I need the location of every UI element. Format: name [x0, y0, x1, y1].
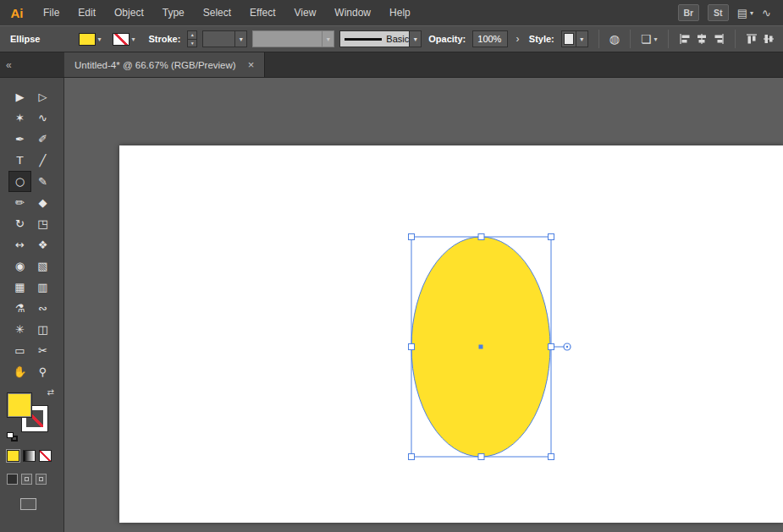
selection-handle-sw[interactable] — [409, 454, 415, 460]
selection-handle-w[interactable] — [409, 344, 415, 350]
illustrator-window: Ai FileEditObjectTypeSelectEffectViewWin… — [0, 0, 783, 532]
menu-file[interactable]: File — [34, 0, 69, 25]
isolate-object-button[interactable]: ❏ ▾ — [641, 32, 658, 46]
selection-handle-se[interactable] — [549, 454, 554, 460]
pen-tool[interactable]: ✒ — [8, 129, 31, 150]
canvas[interactable] — [64, 78, 783, 532]
menu-object[interactable]: Object — [105, 0, 153, 25]
eraser-tool[interactable]: ◆ — [31, 192, 54, 213]
document-icon: ❏ — [641, 32, 652, 46]
perspective-grid-tool[interactable]: ▧ — [31, 255, 54, 277]
sync-status-button[interactable]: ∿ — [762, 7, 771, 19]
graphic-style-select[interactable]: ▾ — [561, 30, 588, 47]
divider — [598, 30, 599, 48]
vertical-align-top-icon — [746, 33, 758, 45]
tools-panel: ▶▷✶∿✒✐T╱○✎✏◆↻◳↔❖◉▧▦▥⚗∾✳◫▭✂✋⚲ ⇄ — [0, 78, 64, 532]
screen-mode-button[interactable] — [20, 498, 36, 510]
menu-help[interactable]: Help — [380, 0, 420, 25]
menu-select[interactable]: Select — [194, 0, 240, 25]
collapse-tools-button[interactable]: « — [0, 52, 64, 77]
type-tool[interactable]: T — [8, 150, 31, 171]
ellipse-tool[interactable]: ○ — [8, 171, 31, 192]
direct-selection-tool[interactable]: ▷ — [31, 86, 54, 107]
tools-grid: ▶▷✶∿✒✐T╱○✎✏◆↻◳↔❖◉▧▦▥⚗∾✳◫▭✂✋⚲ — [8, 86, 63, 382]
artboard-tool[interactable]: ▭ — [8, 340, 31, 361]
opacity-chevron-icon[interactable]: › — [513, 30, 522, 47]
opacity-input[interactable]: 100% — [472, 30, 508, 47]
selection-handle-ne[interactable] — [549, 234, 554, 240]
document-tab[interactable]: Untitled-4* @ 66.67% (RGB/Preview) × — [64, 52, 265, 77]
fill-color-swatch[interactable] — [79, 33, 96, 46]
curvature-tool[interactable]: ✐ — [31, 129, 54, 150]
rotate-tool[interactable]: ↻ — [8, 213, 31, 234]
free-transform-tool[interactable]: ❖ — [31, 234, 54, 255]
stroke-color-swatch[interactable] — [113, 33, 130, 46]
stroke-weight-stepper[interactable]: ▲ ▼ — [187, 30, 197, 47]
draw-normal-button[interactable] — [7, 474, 18, 485]
collapse-icon: « — [6, 59, 12, 71]
width-tool[interactable]: ↔ — [8, 234, 31, 255]
variable-width-profile-select[interactable]: Basic ▾ — [339, 30, 422, 47]
menu-effect[interactable]: Effect — [240, 0, 284, 25]
selection-handle-n[interactable] — [478, 234, 484, 240]
align-center-button[interactable] — [696, 32, 708, 46]
stroke-profile-value: Basic — [386, 34, 409, 44]
default-fill-stroke-icon[interactable] — [7, 432, 18, 442]
vertical-align-top-button[interactable] — [746, 32, 758, 46]
document-tab-title: Untitled-4* @ 66.67% (RGB/Preview) — [74, 60, 236, 70]
gradient-tool[interactable]: ▥ — [31, 277, 54, 298]
selection-handle-s[interactable] — [478, 454, 484, 460]
close-icon[interactable]: × — [248, 58, 255, 71]
arrange-documents-button[interactable]: ▤ ▾ — [737, 7, 753, 19]
none-button[interactable] — [39, 450, 52, 462]
magic-wand-tool[interactable]: ✶ — [8, 107, 31, 129]
align-right-button[interactable] — [713, 32, 725, 46]
stepper-up-icon[interactable]: ▲ — [188, 31, 196, 40]
stroke-color-control[interactable]: ▾ — [113, 33, 135, 46]
chevron-down-icon[interactable]: ▾ — [409, 31, 421, 47]
align-left-button[interactable] — [679, 32, 691, 46]
recolor-artwork-icon[interactable]: ◍ — [609, 32, 620, 46]
fill-indicator[interactable] — [7, 392, 32, 418]
pencil-tool[interactable]: ✏ — [8, 192, 31, 213]
chevron-down-icon[interactable]: ▾ — [576, 31, 587, 47]
selection-handle-nw[interactable] — [409, 234, 415, 240]
hand-tool[interactable]: ✋ — [8, 361, 31, 382]
bridge-button[interactable]: Br — [678, 4, 699, 21]
blend-tool[interactable]: ∾ — [31, 298, 54, 319]
color-button[interactable] — [7, 450, 19, 462]
selection-tool[interactable]: ▶ — [8, 86, 31, 107]
slice-tool[interactable]: ✂ — [31, 340, 54, 361]
stock-button[interactable]: St — [708, 4, 729, 21]
draw-behind-button[interactable] — [21, 474, 32, 485]
shape-builder-tool[interactable]: ◉ — [8, 255, 31, 277]
fill-color-control[interactable]: ▾ — [79, 33, 101, 46]
vertical-align-center-icon — [763, 33, 775, 45]
zoom-tool[interactable]: ⚲ — [31, 361, 54, 382]
opacity-label[interactable]: Opacity: — [428, 34, 466, 44]
selection-handle-e[interactable] — [549, 344, 554, 350]
control-bar: Ellipse ▾ ▾ Stroke: ▲ ▼ ▾ ▾ Basic ▾ Opac… — [0, 25, 783, 52]
stepper-down-icon[interactable]: ▼ — [188, 40, 196, 47]
chevron-down-icon[interactable]: ▾ — [234, 31, 246, 47]
paintbrush-tool[interactable]: ✎ — [31, 171, 54, 192]
menu-type[interactable]: Type — [153, 0, 194, 25]
app-logo: Ai — [0, 6, 34, 20]
swap-fill-stroke-icon[interactable]: ⇄ — [47, 387, 54, 397]
menu-window[interactable]: Window — [325, 0, 380, 25]
symbol-sprayer-tool[interactable]: ✳ — [8, 319, 31, 340]
menu-edit[interactable]: Edit — [69, 0, 105, 25]
mesh-tool[interactable]: ▦ — [8, 277, 31, 298]
lasso-tool[interactable]: ∿ — [31, 107, 54, 129]
menu-view[interactable]: View — [285, 0, 326, 25]
vertical-align-center-button[interactable] — [763, 32, 775, 46]
column-graph-tool[interactable]: ◫ — [31, 319, 54, 340]
scale-tool[interactable]: ◳ — [31, 213, 54, 234]
workspace-icon: ▤ — [737, 7, 747, 19]
eyedropper-tool[interactable]: ⚗ — [8, 298, 31, 319]
gradient-button[interactable] — [23, 450, 36, 462]
line-segment-tool[interactable]: ╱ — [31, 150, 54, 171]
draw-inside-button[interactable] — [36, 474, 47, 485]
brush-definition-select: ▾ — [252, 30, 334, 47]
stroke-weight-select[interactable]: ▾ — [202, 30, 247, 47]
